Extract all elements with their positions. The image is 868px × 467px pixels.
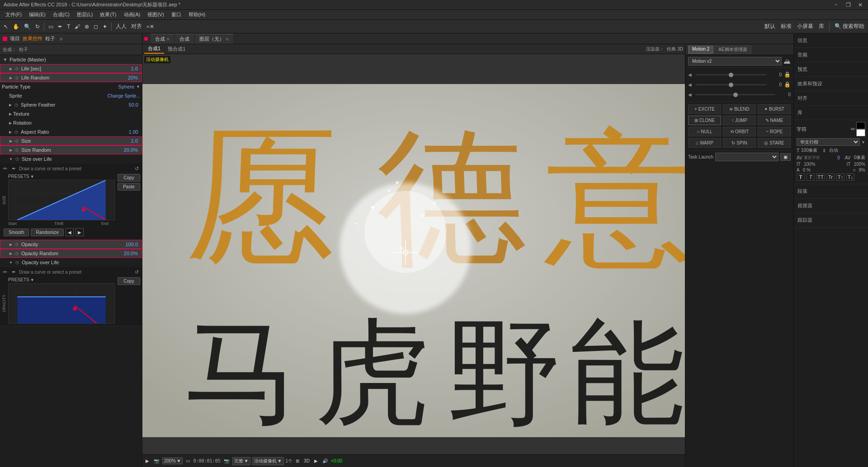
vc-zoom[interactable]: 200% ▼	[162, 458, 183, 464]
preview-subtab-comp1[interactable]: 合成1	[144, 45, 164, 54]
vc-audio[interactable]: 🔊	[321, 458, 329, 464]
param-opacity-random[interactable]: ▶ ◷ Opacity Random 20.0%	[0, 249, 142, 258]
motion-spin[interactable]: ↻ SPIN	[723, 138, 756, 148]
curve-canvas[interactable]	[8, 180, 115, 220]
vc-camera-view[interactable]: 活动摄像机 ▼	[252, 457, 284, 465]
fr-tracker-label[interactable]: 跟踪器	[797, 215, 864, 225]
italic-btn[interactable]: T	[807, 173, 815, 181]
vc-quality[interactable]: 完整 ▼	[232, 457, 250, 465]
vc-ram-preview[interactable]: ▶	[144, 458, 151, 464]
param-sprite[interactable]: Sprite Change Sprite...	[0, 91, 142, 100]
arrow-left-btn[interactable]: ◀	[66, 228, 74, 236]
curve-edit-btn[interactable]: ✒	[10, 165, 17, 172]
tool-eraser[interactable]: ◻	[92, 21, 100, 32]
paste-size-btn[interactable]: Paste	[118, 183, 140, 191]
tool-misc[interactable]: ≈✕	[145, 21, 156, 32]
allcaps-btn[interactable]: TT	[816, 173, 825, 181]
param-size-over-life[interactable]: ▼ ◷ Size over Life	[0, 154, 142, 163]
tool-brush[interactable]: 🖌	[73, 21, 82, 32]
motion-excite[interactable]: + EXCITE	[688, 104, 721, 114]
preview-subtab-precomp[interactable]: 预合成1	[164, 45, 189, 54]
baseline-val[interactable]: 0 %	[803, 168, 811, 173]
param-val-lifer[interactable]: 20%	[128, 75, 138, 80]
param-texture[interactable]: ▶ Texture	[0, 109, 142, 118]
motion-burst[interactable]: ✦ BURST	[758, 104, 791, 114]
opacityr-val[interactable]: 20.0%	[124, 251, 138, 256]
smallcaps-btn[interactable]: Tr	[826, 173, 835, 181]
workspace-small[interactable]: 小屏幕	[795, 21, 815, 32]
randomize-btn[interactable]: Randomize	[31, 229, 64, 236]
minimize-btn[interactable]: －	[831, 1, 840, 9]
fr-align-label[interactable]: 对齐	[797, 93, 864, 103]
comp-tab-comp2[interactable]: 合成	[175, 34, 194, 44]
motion-mountains-icon[interactable]: ⛰	[783, 57, 791, 65]
fr-audio-label[interactable]: 音频	[797, 50, 864, 60]
fr-info-label[interactable]: 信息	[797, 35, 864, 46]
param-particle-type[interactable]: Particle Type Sphere ▼	[0, 82, 142, 91]
workspace-standard[interactable]: 标准	[779, 21, 793, 32]
slider1-left[interactable]: ◀	[688, 72, 693, 77]
vc-fit[interactable]: ▭	[184, 458, 191, 464]
preview-viewport[interactable]: 愿 德 意 马 虎 野 能	[142, 54, 685, 467]
opacity-curve-canvas[interactable]	[8, 283, 115, 324]
scale-h-val[interactable]: 100%	[804, 162, 816, 167]
fill-color[interactable]	[856, 129, 865, 136]
copy-size-btn[interactable]: Copy	[118, 174, 140, 182]
ptype-arrow[interactable]: ▼	[136, 84, 140, 89]
window-controls[interactable]: － ❐ ✕	[831, 1, 864, 9]
aspect-val[interactable]: 1.00	[129, 129, 138, 135]
vc-snapshot[interactable]: 📷	[152, 458, 160, 464]
motion-rope[interactable]: ~ ROPE	[758, 127, 791, 136]
motion-warp[interactable]: ⌂ WARP	[688, 138, 721, 148]
motion-tab-main[interactable]: Motion 2	[688, 46, 713, 54]
char-edit-icon[interactable]: ✏	[851, 122, 855, 136]
close-btn[interactable]: ✕	[856, 1, 864, 9]
param-opacity[interactable]: ▶ ◷ Opacity 100.0	[0, 240, 142, 249]
menu-layer[interactable]: 图层(L)	[73, 10, 96, 19]
motion-blend[interactable]: ≋ BLEND	[723, 104, 756, 114]
vc-3d[interactable]: 3D	[302, 458, 311, 464]
super-btn[interactable]: T↑	[836, 173, 844, 181]
menu-view[interactable]: 视图(V)	[144, 10, 168, 19]
fr-wobble-label[interactable]: 摇摆器	[797, 201, 864, 211]
fr-preview-label[interactable]: 预览	[797, 64, 864, 75]
menu-edit[interactable]: 编辑(E)	[25, 10, 49, 19]
param-life-random[interactable]: ▶ ◷ Life Random 20%	[0, 73, 142, 82]
menu-effect[interactable]: 效果(T)	[96, 10, 120, 19]
slider2-track[interactable]	[695, 84, 766, 85]
font-style-arrow[interactable]: ▼	[861, 140, 865, 145]
effect-expand-icon[interactable]: ▼	[3, 57, 8, 62]
motion-jump[interactable]: ↑ JUMP	[723, 116, 756, 125]
slider2-left[interactable]: ◀	[688, 82, 693, 87]
tracking-val[interactable]: 0	[837, 155, 840, 160]
tab-effects[interactable]: 效果控件	[23, 35, 42, 42]
param-val-life[interactable]: 1.0	[131, 66, 138, 71]
ocurve-edit-btn[interactable]: ✒	[10, 269, 17, 276]
tool-text[interactable]: T	[65, 21, 72, 32]
presets-arrow[interactable]: ▼	[30, 174, 34, 179]
search-help[interactable]: 🔍 搜索帮助	[833, 21, 866, 32]
tool-clone[interactable]: ⊕	[83, 21, 91, 32]
panel-menu-icon[interactable]: ≡	[60, 36, 62, 42]
tool-select[interactable]: ↖	[2, 21, 10, 32]
tool-hand[interactable]: ✋	[11, 21, 21, 32]
slider3-track[interactable]	[695, 94, 775, 95]
maximize-btn[interactable]: ❐	[844, 1, 853, 9]
param-size-random[interactable]: ▶ ◷ Size Random 20.0%	[0, 145, 142, 154]
workspace-default[interactable]: 默认	[763, 21, 777, 32]
smooth-btn[interactable]: Smooth	[4, 229, 29, 236]
copy-opacity-btn[interactable]: Copy	[118, 277, 140, 285]
task-run-btn[interactable]: ▣	[780, 153, 791, 161]
change-sprite-link[interactable]: Change Sprite...	[108, 93, 140, 98]
slider3-left[interactable]: ◀	[688, 92, 693, 97]
tool-align2[interactable]: 对齐	[129, 21, 144, 32]
menu-anim[interactable]: 动画(A)	[120, 10, 144, 19]
sizer-val[interactable]: 20.0%	[124, 147, 138, 153]
fr-paragraph-label[interactable]: 段落	[797, 186, 864, 196]
opresets-arrow[interactable]: ▼	[30, 278, 34, 282]
menu-window[interactable]: 窗口	[168, 10, 185, 19]
comp-tab-layer[interactable]: 图层（无） ≡	[195, 34, 233, 44]
menu-help[interactable]: 帮助(H)	[185, 10, 209, 19]
opacity-val[interactable]: 100.0	[125, 242, 138, 247]
scale-v-val[interactable]: 100%	[854, 162, 865, 167]
